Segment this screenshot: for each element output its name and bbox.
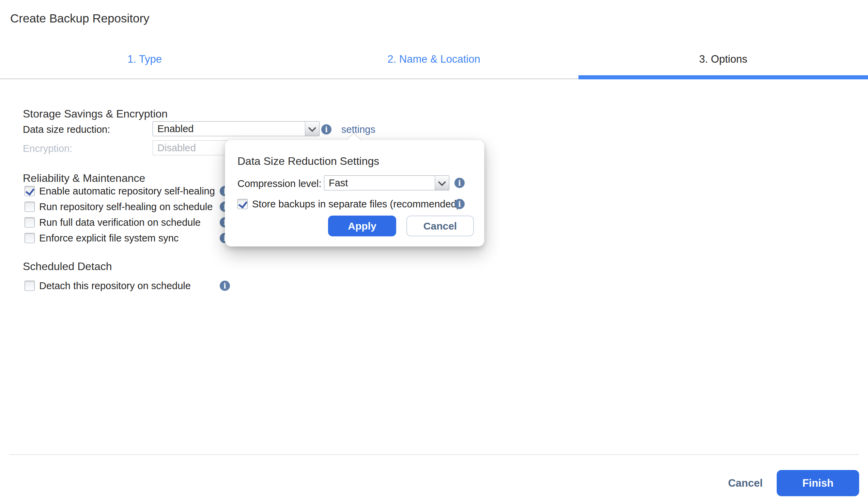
checkmark-icon — [25, 186, 35, 196]
option-label: Enable automatic repository self-healing — [39, 186, 215, 197]
footer-divider — [9, 454, 859, 455]
info-icon[interactable]: i — [321, 124, 331, 135]
reliability-section-heading: Reliability & Maintenance — [23, 172, 145, 185]
checkmark-icon — [238, 199, 248, 209]
create-backup-repository-wizard: Create Backup Repository 1. Type 2. Name… — [0, 0, 868, 502]
storage-section-heading: Storage Savings & Encryption — [23, 108, 168, 120]
popover-cancel-button[interactable]: Cancel — [406, 216, 474, 236]
detach-section-heading: Scheduled Detach — [23, 260, 112, 273]
compression-level-select[interactable]: Fast — [324, 175, 450, 190]
option-label: Run full data verification on schedule — [39, 217, 201, 228]
option-label: Run repository self-healing on schedule — [39, 201, 213, 212]
active-step-indicator — [578, 75, 868, 79]
checkbox-verification-on-schedule[interactable] — [24, 217, 35, 228]
tab-name-location[interactable]: 2. Name & Location — [289, 53, 578, 65]
settings-link[interactable]: settings — [341, 124, 375, 135]
checkbox-separate-files[interactable] — [237, 199, 248, 209]
apply-button[interactable]: Apply — [328, 216, 396, 236]
option-row-detach-schedule: Detach this repository on schedule i — [24, 280, 263, 292]
popover-title: Data Size Reduction Settings — [237, 155, 379, 168]
data-size-reduction-value: Enabled — [153, 122, 305, 136]
checkbox-explicit-fs-sync[interactable] — [24, 233, 35, 243]
info-icon[interactable]: i — [220, 281, 230, 291]
checkbox-enable-self-healing[interactable] — [24, 186, 35, 196]
data-size-reduction-label: Data size reduction: — [23, 124, 110, 135]
option-row-separate-files: Store backups in separate files (recomme… — [237, 198, 476, 210]
finish-button[interactable]: Finish — [777, 470, 859, 496]
chevron-down-icon — [435, 176, 449, 190]
data-size-reduction-select[interactable]: Enabled — [153, 121, 320, 136]
info-glyph: i — [458, 179, 461, 187]
option-label: Enforce explicit file system sync — [39, 233, 178, 244]
tab-type[interactable]: 1. Type — [0, 53, 289, 65]
info-icon[interactable]: i — [454, 199, 465, 209]
option-label: Store backups in separate files (recomme… — [252, 199, 459, 210]
page-title: Create Backup Repository — [10, 12, 149, 25]
chevron-down-icon — [305, 122, 319, 136]
checkbox-healing-on-schedule[interactable] — [24, 202, 35, 212]
info-glyph: i — [224, 282, 226, 290]
compression-level-value: Fast — [324, 176, 435, 190]
compression-level-label: Compression level: — [237, 178, 322, 189]
info-icon[interactable]: i — [454, 178, 465, 188]
encryption-label: Encryption: — [23, 143, 72, 154]
data-size-reduction-popover: Data Size Reduction Settings Compression… — [225, 140, 484, 247]
info-glyph: i — [458, 200, 461, 208]
checkbox-detach-on-schedule[interactable] — [24, 281, 35, 291]
option-label: Detach this repository on schedule — [39, 280, 191, 292]
cancel-button[interactable]: Cancel — [719, 475, 772, 491]
tab-options[interactable]: 3. Options — [578, 53, 868, 65]
info-glyph: i — [325, 126, 328, 133]
